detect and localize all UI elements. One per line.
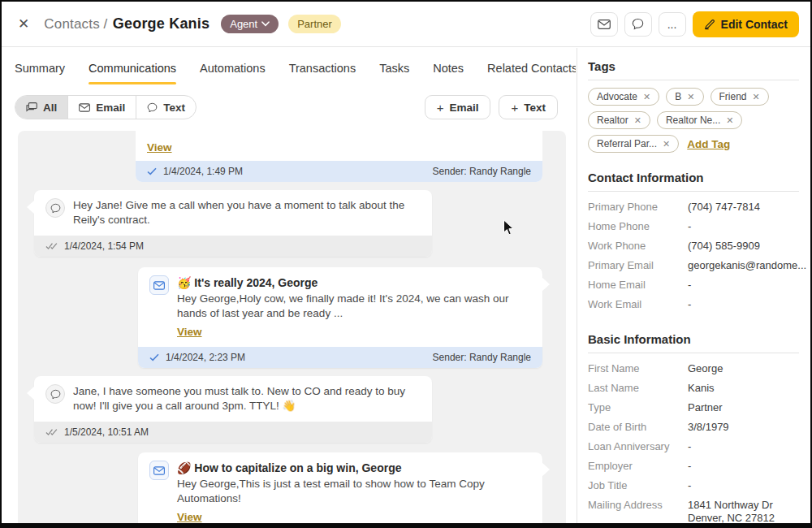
envelope-icon [153, 281, 165, 290]
page-title: George Kanis [113, 15, 209, 32]
field-label: Job Title [588, 479, 688, 492]
text-message-icon [45, 198, 65, 218]
bubble-tail [542, 277, 550, 292]
email-message[interactable]: 🥳 It's really 2024, George Hey George,Ho… [138, 267, 542, 368]
new-text-label: Text [524, 102, 546, 114]
bubble-tail [27, 386, 35, 400]
edit-contact-label: Edit Contact [721, 18, 788, 31]
chat-bubble-icon [50, 389, 61, 400]
more-actions-button[interactable]: ... [659, 12, 686, 37]
tag-chip[interactable]: Friend✕ [710, 88, 769, 106]
info-row-primary-phone: Primary Phone(704) 747-7814 [588, 197, 799, 217]
bubble-tail [542, 462, 550, 477]
message-timestamp: 1/5/2024, 10:51 AM [64, 426, 149, 438]
contact-details-panel: Tags Advocate✕ B✕ Friend✕ Realtor✕ Realt… [577, 48, 810, 523]
text-message[interactable]: Hey Jane! Give me a call when you have a… [34, 190, 432, 257]
send-text-button[interactable] [624, 12, 652, 37]
add-tag-link[interactable]: Add Tag [687, 138, 730, 150]
view-link[interactable]: View [177, 326, 202, 338]
email-icon [149, 275, 169, 295]
remove-tag-icon[interactable]: ✕ [663, 139, 670, 149]
basic-information-title: Basic Information [588, 332, 799, 346]
field-label: Mailing Address [588, 499, 688, 523]
envelope-icon [153, 466, 165, 475]
email-preview: Hey George,Holy cow, we finally made it!… [177, 292, 531, 321]
tab-summary[interactable]: Summary [15, 48, 65, 89]
field-value: - [688, 220, 691, 233]
message-sender: Sender: Randy Rangle [433, 166, 531, 177]
contact-information-title: Contact Information [588, 171, 799, 184]
field-value: - [688, 298, 691, 311]
divider [588, 353, 799, 353]
tab-notes[interactable]: Notes [433, 48, 464, 89]
tag-label: Friend [719, 91, 747, 102]
contact-header: ✕ Contacts / George Kanis Agent Partner … [2, 2, 810, 47]
filter-email[interactable]: Email [67, 96, 136, 119]
info-row-job-title: Job Title- [588, 476, 799, 496]
chevron-down-icon [261, 21, 270, 27]
filter-all[interactable]: All [15, 96, 67, 119]
new-email-button[interactable]: + Email [425, 95, 491, 119]
tag-label: B [675, 91, 681, 102]
bubble-tail [27, 200, 35, 214]
email-message[interactable]: 🏈 How to capitalize on a big win, George… [138, 452, 542, 523]
new-text-button[interactable]: + Text [499, 95, 558, 119]
view-link[interactable]: View [177, 511, 202, 523]
field-value: 1841 Northway Dr Denver, NC 27812 [688, 499, 775, 523]
field-value: Partner [688, 401, 723, 414]
remove-tag-icon[interactable]: ✕ [634, 115, 641, 126]
header-actions: ... Edit Contact [590, 11, 799, 37]
app-window: ✕ Contacts / George Kanis Agent Partner … [0, 0, 812, 528]
contact-information-section: Contact Information Primary Phone(704) 7… [588, 171, 799, 314]
message-timestamp: 1/4/2024, 1:54 PM [64, 240, 144, 252]
close-icon[interactable]: ✕ [13, 14, 34, 34]
tab-tasks[interactable]: Tasks [379, 48, 409, 89]
field-label: Home Phone [588, 220, 688, 233]
tab-transactions[interactable]: Transactions [289, 48, 356, 89]
chat-bubble-icon [50, 203, 61, 214]
agent-badge-label: Agent [230, 18, 257, 30]
info-row-home-email: Home Email- [588, 275, 799, 295]
message-thread[interactable]: View 1/4/2024, 1:49 PM Sender: Randy Ran… [18, 131, 566, 523]
envelope-icon [79, 103, 90, 112]
tab-automations[interactable]: Automations [200, 48, 266, 89]
info-row-mailing-address: Mailing Address 1841 Northway Dr Denver,… [588, 496, 799, 523]
tab-related-contacts[interactable]: Related Contacts [487, 48, 576, 89]
edit-contact-button[interactable]: Edit Contact [693, 11, 799, 37]
info-row-work-email: Work Email- [588, 295, 799, 314]
tag-label: Advocate [597, 91, 637, 102]
field-label: Loan Anniversary [588, 440, 688, 453]
tag-chip[interactable]: B✕ [666, 88, 703, 106]
filter-email-label: Email [96, 102, 125, 114]
agent-badge-dropdown[interactable]: Agent [221, 15, 279, 33]
remove-tag-icon[interactable]: ✕ [726, 115, 733, 126]
communications-toolbar: All Email Text + Email + Text [2, 89, 576, 126]
field-value: 3/8/1979 [688, 421, 729, 434]
message-footer: 1/4/2024, 2:23 PM Sender: Randy Rangle [138, 347, 542, 368]
tag-chip[interactable]: Realtor✕ [588, 111, 650, 129]
breadcrumb: Contacts / George Kanis [44, 15, 209, 32]
breadcrumb-contacts[interactable]: Contacts [44, 16, 100, 32]
text-message-body: Hey Jane! Give me a call when you have a… [73, 198, 421, 227]
tag-chip[interactable]: Realtor Ne...✕ [657, 111, 743, 129]
plus-icon: + [437, 101, 444, 115]
tab-communications[interactable]: Communications [89, 48, 176, 89]
remove-tag-icon[interactable]: ✕ [753, 92, 760, 102]
field-label: Primary Email [588, 259, 688, 272]
remove-tag-icon[interactable]: ✕ [643, 92, 650, 102]
tag-chip[interactable]: Referral Par...✕ [588, 135, 679, 153]
contact-tabs: Summary Communications Automations Trans… [2, 48, 576, 89]
remove-tag-icon[interactable]: ✕ [687, 92, 694, 102]
field-value: - [688, 279, 691, 292]
basic-information-section: Basic Information First NameGeorge Last … [588, 332, 799, 523]
compose-actions: + Email + Text [425, 95, 558, 119]
view-link[interactable]: View [147, 141, 172, 154]
tag-chip[interactable]: Advocate✕ [588, 88, 659, 106]
email-message-partial[interactable]: View 1/4/2024, 1:49 PM Sender: Randy Ran… [136, 131, 542, 182]
send-email-button[interactable] [590, 12, 618, 37]
text-message[interactable]: Jane, I have someone you must talk to. N… [34, 376, 432, 443]
info-row-type: TypePartner [588, 398, 799, 418]
field-label: Employer [588, 460, 688, 473]
email-preview: Hey George,This is just a test email to … [177, 477, 531, 506]
filter-text[interactable]: Text [136, 96, 196, 119]
